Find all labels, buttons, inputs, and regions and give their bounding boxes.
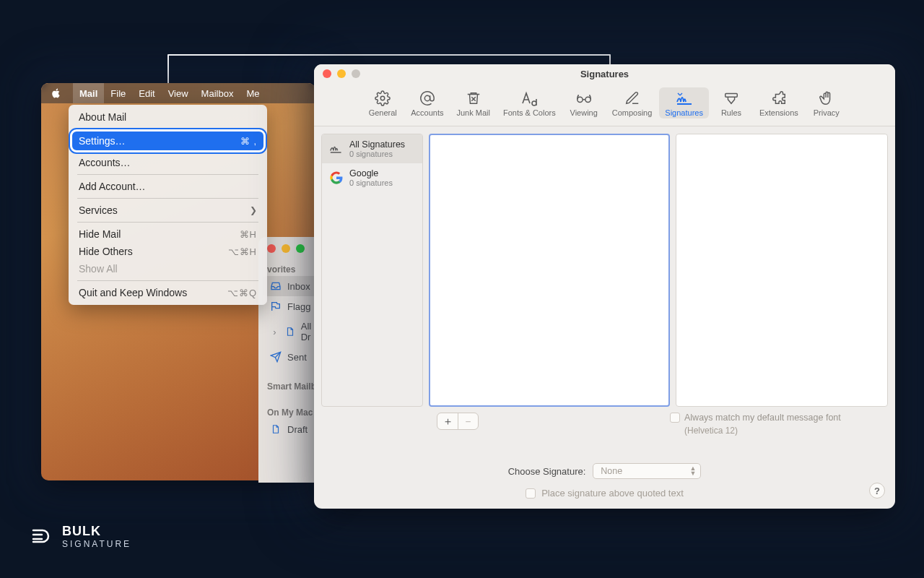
always-match-font-checkbox: Always match my default message font [670,413,886,423]
svg-point-0 [380,96,385,100]
glasses-icon [575,90,593,106]
google-icon [329,171,344,185]
separator [77,174,258,175]
menu-about-mail[interactable]: About Mail [69,108,267,126]
menu-settings-label: Settings… [79,135,126,147]
tab-fonts[interactable]: Fonts & Colors [497,87,562,118]
minimize-icon[interactable] [337,69,346,78]
tab-accounts[interactable]: Accounts [405,87,449,118]
menu-hide-mail[interactable]: Hide Mail⌘H [69,225,267,243]
tab-composing[interactable]: Composing [606,87,658,118]
tab-junk[interactable]: Junk Mail [450,87,495,118]
add-remove-buttons: ＋ － [437,413,479,430]
sidebar-item-label: Flagg [287,301,311,312]
shortcut-label: ⌘ , [240,136,257,147]
separator [77,280,258,281]
brand-name: BULK [62,524,131,539]
menu-quit[interactable]: Quit and Keep Windows⌥⌘Q [69,284,267,301]
signature-icon [676,90,693,106]
font-icon [520,90,538,106]
menu-accounts[interactable]: Accounts… [69,154,267,171]
paperplane-icon [270,351,282,363]
account-google[interactable]: Google 0 signatures [322,163,422,192]
choose-signature-select: None ▲▼ [593,463,701,479]
account-sub: 0 signatures [349,178,393,187]
svg-point-1 [424,95,430,100]
tab-label: General [369,108,397,117]
tab-signatures[interactable]: Signatures [659,87,709,118]
add-signature-button[interactable]: ＋ [437,413,458,429]
menu-view[interactable]: View [162,83,195,103]
remove-signature-button: － [458,413,478,429]
at-icon [419,90,436,106]
svg-point-3 [585,97,590,102]
close-icon[interactable] [323,69,331,78]
prefs-toolbar: General Accounts Junk Mail Fonts & Color… [314,83,895,126]
inbox-icon [270,280,282,292]
separator [77,222,258,223]
place-above-checkbox: Place signature above quoted text [526,488,684,499]
tab-rules[interactable]: Rules [710,87,752,118]
help-button[interactable]: ? [869,483,885,499]
svg-point-2 [577,97,582,102]
chevron-right-icon: › [270,326,279,337]
chevron-right-icon: ❯ [250,205,257,215]
prefs-titlebar: Signatures [314,64,895,83]
zoom-icon[interactable] [296,244,305,253]
sidebar-item-label: Sent [287,352,307,363]
brand-sub: SIGNATURE [62,539,131,549]
menu-settings[interactable]: Settings… ⌘ , [73,132,263,150]
menu-show-all: Show All [69,260,267,277]
tab-general[interactable]: General [362,87,404,118]
menu-add-account[interactable]: Add Account… [69,178,267,195]
select-value: None [601,466,622,476]
gear-icon [374,90,391,106]
signature-list-column[interactable] [429,134,670,407]
zoom-icon [352,69,360,78]
brand: BULK SIGNATURE [27,523,131,549]
updown-icon: ▲▼ [689,466,696,476]
menu-services[interactable]: Services❯ [69,202,267,219]
checkbox-label: Always match my default message font [684,413,841,423]
tab-label: Extensions [759,108,798,117]
account-all-signatures[interactable]: All Signatures 0 signatures [322,134,422,163]
account-name: All Signatures [349,139,405,150]
tab-extensions[interactable]: Extensions [754,87,804,118]
rules-icon [723,90,740,106]
separator [77,198,258,199]
minimize-icon[interactable] [282,244,290,253]
signature-icon [329,142,344,156]
close-icon[interactable] [267,244,276,253]
checkbox-icon [670,413,680,423]
menubar: Mail File Edit View Mailbox Me [41,83,315,103]
window-title: Signatures [580,69,629,79]
checkbox-icon [526,488,536,499]
menu-file[interactable]: File [104,83,132,103]
flag-icon [270,301,282,312]
preferences-window: Signatures General Accounts Junk Mail Fo… [314,64,895,509]
tab-viewing[interactable]: Viewing [563,87,605,118]
svg-rect-4 [725,94,738,98]
prefs-footer: Choose Signature: None ▲▼ Place signatur… [314,450,895,509]
shortcut-label: ⌥⌘Q [227,288,257,298]
traffic-lights-prefs [323,69,360,78]
tab-label: Junk Mail [456,108,489,117]
font-hint: (Helvetica 12) [670,426,886,436]
tab-privacy[interactable]: Privacy [806,87,847,118]
menu-message-truncated[interactable]: Me [240,83,266,103]
sidebar-item-label: Draft [287,424,308,435]
tab-label: Signatures [665,108,703,117]
apple-icon[interactable] [51,88,73,98]
tab-label: Accounts [411,108,443,117]
menu-edit[interactable]: Edit [132,83,161,103]
shortcut-label: ⌘H [240,229,257,240]
tab-label: Composing [612,108,653,117]
choose-signature-label: Choose Signature: [508,466,586,477]
hand-icon [818,90,835,106]
menu-mail[interactable]: Mail [73,83,104,103]
menu-hide-others[interactable]: Hide Others⌥⌘H [69,243,267,260]
sidebar-item-label: Inbox [287,281,310,292]
prefs-body: All Signatures 0 signatures Google 0 sig… [314,126,895,450]
menu-mailbox[interactable]: Mailbox [195,83,240,103]
signature-preview-column[interactable] [676,134,888,407]
